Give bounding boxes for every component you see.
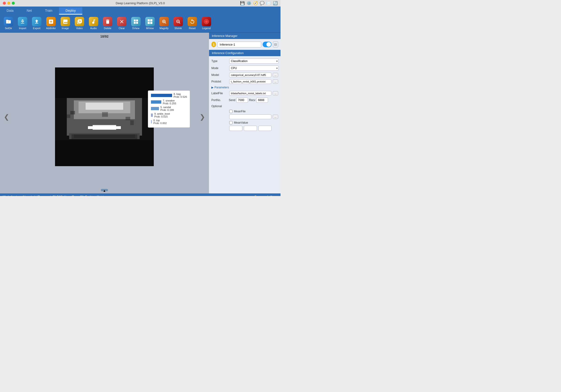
scroll-indicator: ▲ xyxy=(101,189,108,192)
mview-label: MView xyxy=(146,27,154,30)
export-button[interactable]: Export xyxy=(30,16,43,31)
inference-config: Type Classification Detection Segmentati… xyxy=(209,56,280,193)
addinfer-label: AddInfer xyxy=(46,27,56,30)
svg-rect-13 xyxy=(55,140,154,166)
save-icon[interactable]: 💾 xyxy=(240,1,245,5)
inference-row: 1 ⊟ xyxy=(211,41,278,47)
svg-rect-16 xyxy=(102,112,108,117)
meanvalue-input-1[interactable] xyxy=(229,126,242,131)
inference-manager-header: Inference Manager xyxy=(209,33,280,39)
audio-button[interactable]: Audio xyxy=(87,16,100,31)
mail-icon[interactable]: ✉️ xyxy=(266,1,271,5)
prev-button[interactable]: ❮ xyxy=(2,111,11,123)
pred-item-3: 9. ankle_boot Prob: 0.015 xyxy=(151,112,187,118)
reset-button[interactable]: Reset xyxy=(186,16,199,31)
inference-delete-button[interactable]: ⊟ xyxy=(273,41,278,47)
meanvalue-checkbox[interactable] xyxy=(229,121,233,124)
minimize-button[interactable] xyxy=(7,2,10,5)
meanvalue-row: MeanValue xyxy=(211,121,278,124)
audio-label: Audio xyxy=(90,27,97,30)
compass-icon[interactable]: 🧭 xyxy=(253,1,258,5)
sview-button[interactable]: SView xyxy=(129,16,142,31)
toggle-switch[interactable] xyxy=(263,42,271,47)
import-button[interactable]: Import xyxy=(16,16,29,31)
labelfile-browse-button[interactable]: ... xyxy=(273,91,278,95)
setdir-label: SetDir xyxy=(5,27,12,30)
clear-button[interactable]: Clear xyxy=(115,16,128,31)
clear-icon xyxy=(117,17,127,26)
type-label: Type xyxy=(211,59,228,63)
status-bar: Work directory: /Users/xulei/Documents/D… xyxy=(0,193,280,196)
inference-config-header: Inference Configuration xyxy=(209,50,280,56)
svg-rect-15 xyxy=(70,111,75,115)
tab-train[interactable]: Train xyxy=(38,7,59,15)
audio-icon xyxy=(89,17,98,26)
svg-rect-12 xyxy=(88,126,121,129)
export-icon xyxy=(32,17,41,26)
optional-row: Optional xyxy=(211,105,278,108)
shrink-button[interactable]: Shrink xyxy=(172,16,185,31)
setdir-icon xyxy=(4,17,13,26)
next-button[interactable]: ❯ xyxy=(198,111,207,123)
tab-data[interactable]: Data xyxy=(0,7,20,15)
send-input[interactable] xyxy=(236,97,248,103)
inference-number: 1 xyxy=(211,42,216,47)
sview-label: SView xyxy=(132,27,140,30)
refresh-icon[interactable]: 🔄 xyxy=(273,1,278,5)
addinfer-button[interactable]: AddInfer xyxy=(44,16,58,31)
window-controls xyxy=(3,2,15,5)
video-button[interactable]: Video xyxy=(73,16,86,31)
model-browse-button[interactable]: ... xyxy=(273,73,278,77)
meanvalue-input-2[interactable] xyxy=(244,126,257,131)
model-input[interactable] xyxy=(229,73,271,77)
meanvalue-input-3[interactable] xyxy=(259,126,271,131)
inference-name-input[interactable] xyxy=(217,42,261,47)
title-bar-icons: 💾 ⚙️ 🧭 💬 ✉️ 🔄 xyxy=(240,1,278,5)
image-counter: 18/92 xyxy=(98,33,110,40)
pred-text-2: 5. sandal Prob: 0.199 xyxy=(160,106,174,111)
pred-bar-4 xyxy=(151,120,152,123)
legend-button[interactable]: Legend xyxy=(200,16,213,31)
magnify-label: Magnify xyxy=(159,27,169,30)
mode-row: Mode CPU GPU ▼ xyxy=(211,65,278,71)
close-button[interactable] xyxy=(3,2,6,5)
meanfile-checkbox[interactable] xyxy=(229,110,233,113)
parameters-row[interactable]: ▶ Parameters xyxy=(211,86,278,89)
delete-label: Delete xyxy=(104,27,111,30)
labelfile-input[interactable] xyxy=(229,91,271,96)
prototxt-browse-button[interactable]: ... xyxy=(273,79,278,84)
tab-deploy[interactable]: Deploy xyxy=(59,7,83,15)
setdir-button[interactable]: SetDir xyxy=(2,16,15,31)
mnist-image xyxy=(55,67,154,166)
pred-bar-1 xyxy=(151,100,161,104)
meanfile-input-row: ... xyxy=(211,115,278,119)
image-viewer: 18/92 ❮ xyxy=(0,33,209,193)
meanvalue-label: MeanValue xyxy=(234,121,248,124)
pred-item-2: 5. sandal Prob: 0.199 xyxy=(151,106,187,111)
svg-point-0 xyxy=(8,21,9,22)
labelfile-row: LabelFile ... xyxy=(211,91,278,96)
recv-input[interactable] xyxy=(256,97,268,103)
mode-select[interactable]: CPU GPU xyxy=(229,65,279,71)
maximize-button[interactable] xyxy=(12,2,15,5)
delete-button[interactable]: Delete xyxy=(101,16,114,31)
prototxt-input[interactable] xyxy=(229,79,271,84)
meanfile-input[interactable] xyxy=(229,115,271,119)
meanvalue-inputs xyxy=(229,126,278,131)
type-select[interactable]: Classification Detection Segmentation xyxy=(229,59,279,64)
magnify-button[interactable]: Magnify xyxy=(158,16,171,31)
scroll-up-button[interactable]: ▲ xyxy=(101,189,108,191)
tab-net[interactable]: Net xyxy=(20,7,39,15)
workdir-text: Work directory: /Users/xulei/Documents/D… xyxy=(3,195,104,196)
reset-icon xyxy=(188,17,197,26)
model-label: Model xyxy=(211,73,228,77)
pred-text-3: 9. ankle_boot Prob: 0.015 xyxy=(154,112,170,118)
settings-icon[interactable]: ⚙️ xyxy=(247,1,251,5)
mview-button[interactable]: MView xyxy=(143,16,157,31)
inference-manager: 1 ⊟ xyxy=(209,39,280,50)
chat-icon[interactable]: 💬 xyxy=(260,1,265,5)
meanfile-browse-button[interactable]: ... xyxy=(273,115,278,119)
image-button[interactable]: Image xyxy=(59,16,72,31)
prediction-box: 8. bag Prob: 0.526 7. sneaker Prob: 0.25… xyxy=(148,90,190,127)
image-label: Image xyxy=(62,27,69,30)
